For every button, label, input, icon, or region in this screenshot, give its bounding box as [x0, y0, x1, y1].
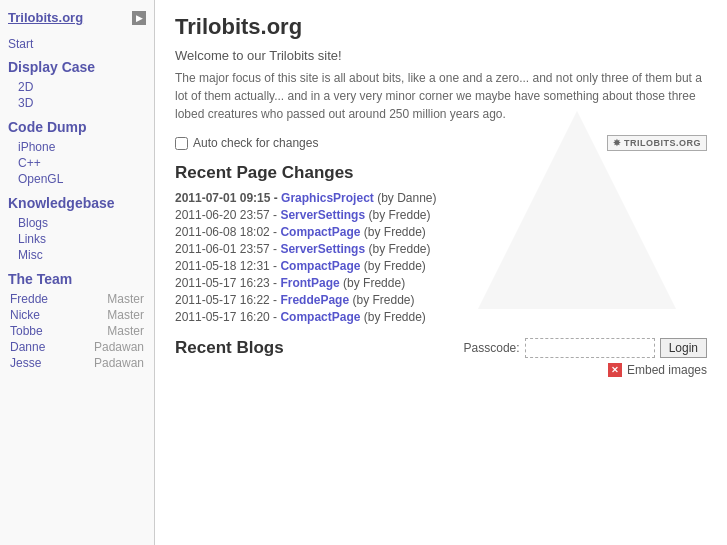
login-row: Passcode: Login — [464, 338, 707, 358]
embed-checkbox-icon[interactable]: ✕ — [608, 363, 622, 377]
sidebar-item-misc[interactable]: Misc — [8, 247, 146, 263]
welcome-text: Welcome to our Trilobits site! — [175, 48, 707, 63]
team-member-name[interactable]: Nicke — [8, 307, 68, 323]
team-member-row: Tobbe Master — [8, 323, 146, 339]
page-change-item: 2011-05-18 12:31 - CompactPage (by Fredd… — [175, 259, 707, 273]
sidebar-item-start[interactable]: Start — [8, 37, 146, 51]
changes-list: 2011-07-01 09:15 - GraphicsProject (by D… — [175, 191, 707, 324]
team-member-name[interactable]: Tobbe — [8, 323, 68, 339]
sidebar-item-links[interactable]: Links — [8, 231, 146, 247]
team-member-name[interactable]: Danne — [8, 339, 68, 355]
team-table: Fredde Master Nicke Master Tobbe Master … — [8, 291, 146, 371]
change-author: (by Fredde) — [352, 293, 414, 307]
change-page-link[interactable]: ServerSettings — [280, 242, 365, 256]
auto-check-text: Auto check for changes — [193, 136, 318, 150]
page-change-item: 2011-06-08 18:02 - CompactPage (by Fredd… — [175, 225, 707, 239]
sidebar-item-2d[interactable]: 2D — [8, 79, 146, 95]
page-change-item: 2011-05-17 16:20 - CompactPage (by Fredd… — [175, 310, 707, 324]
auto-check-label[interactable]: Auto check for changes — [175, 136, 318, 150]
sidebar-section-display-case: Display Case — [8, 59, 146, 75]
change-datetime: 2011-07-01 09:15 — [175, 191, 270, 205]
sidebar-item-3d[interactable]: 3D — [8, 95, 146, 111]
login-button[interactable]: Login — [660, 338, 707, 358]
change-datetime: 2011-05-17 16:22 — [175, 293, 270, 307]
embed-label: Embed images — [627, 363, 707, 377]
change-author: (by Fredde) — [364, 310, 426, 324]
change-page-link[interactable]: ServerSettings — [280, 208, 365, 222]
sidebar-item-iphone[interactable]: iPhone — [8, 139, 146, 155]
team-member-row: Danne Padawan — [8, 339, 146, 355]
sidebar-item-cpp[interactable]: C++ — [8, 155, 146, 171]
change-author: (by Fredde) — [364, 225, 426, 239]
change-datetime: 2011-06-01 23:57 — [175, 242, 270, 256]
passcode-input[interactable] — [525, 338, 655, 358]
page-change-item: 2011-06-20 23:57 - ServerSettings (by Fr… — [175, 208, 707, 222]
team-member-row: Fredde Master — [8, 291, 146, 307]
sidebar-section-team: The Team — [8, 271, 146, 287]
team-member-rank: Padawan — [68, 355, 146, 371]
auto-check-row: Auto check for changes ✸ TRILOBITS.ORG — [175, 135, 707, 151]
team-member-rank: Padawan — [68, 339, 146, 355]
team-member-rank: Master — [68, 307, 146, 323]
description-text: The major focus of this site is all abou… — [175, 69, 707, 123]
change-page-link[interactable]: CompactPage — [280, 310, 360, 324]
team-member-row: Jesse Padawan — [8, 355, 146, 371]
rss-icon[interactable]: ▶ — [132, 11, 146, 25]
change-page-link[interactable]: GraphicsProject — [281, 191, 374, 205]
change-page-link[interactable]: FrontPage — [280, 276, 339, 290]
page-change-item: 2011-05-17 16:23 - FrontPage (by Fredde) — [175, 276, 707, 290]
change-author: (by Fredde) — [343, 276, 405, 290]
site-logo-link[interactable]: Trilobits.org — [8, 10, 83, 25]
recent-blogs-row: Recent Blogs Passcode: Login ✕ Embed ima… — [175, 338, 707, 377]
change-author: (by Fredde) — [364, 259, 426, 273]
login-area: Passcode: Login ✕ Embed images — [464, 338, 707, 377]
change-datetime: 2011-05-18 12:31 — [175, 259, 270, 273]
change-page-link[interactable]: CompactPage — [280, 225, 360, 239]
page-change-item: 2011-05-17 16:22 - FreddePage (by Fredde… — [175, 293, 707, 307]
change-page-link[interactable]: FreddePage — [280, 293, 349, 307]
change-author: (by Fredde) — [368, 242, 430, 256]
main-content: Trilobits.org Welcome to our Trilobits s… — [155, 0, 727, 545]
sidebar-section-code-dump: Code Dump — [8, 119, 146, 135]
change-datetime: 2011-05-17 16:23 — [175, 276, 270, 290]
change-author: (by Danne) — [377, 191, 436, 205]
change-datetime: 2011-06-08 18:02 — [175, 225, 270, 239]
sidebar-item-blogs[interactable]: Blogs — [8, 215, 146, 231]
change-page-link[interactable]: CompactPage — [280, 259, 360, 273]
change-datetime: 2011-06-20 23:57 — [175, 208, 270, 222]
team-member-rank: Master — [68, 323, 146, 339]
team-member-name[interactable]: Jesse — [8, 355, 68, 371]
passcode-label: Passcode: — [464, 341, 520, 355]
team-member-name[interactable]: Fredde — [8, 291, 68, 307]
sidebar-section-knowledgebase: Knowledgebase — [8, 195, 146, 211]
trilobits-badge: ✸ TRILOBITS.ORG — [607, 135, 708, 151]
change-datetime: 2011-05-17 16:20 — [175, 310, 270, 324]
sidebar: Trilobits.org ▶ Start Display Case 2D 3D… — [0, 0, 155, 545]
team-member-rank: Master — [68, 291, 146, 307]
sidebar-logo: Trilobits.org ▶ — [8, 10, 146, 25]
recent-changes-title: Recent Page Changes — [175, 163, 707, 183]
page-title: Trilobits.org — [175, 14, 707, 40]
recent-blogs-title: Recent Blogs — [175, 338, 284, 358]
team-member-row: Nicke Master — [8, 307, 146, 323]
auto-check-checkbox[interactable] — [175, 137, 188, 150]
page-change-item: 2011-07-01 09:15 - GraphicsProject (by D… — [175, 191, 707, 205]
sidebar-item-opengl[interactable]: OpenGL — [8, 171, 146, 187]
page-change-item: 2011-06-01 23:57 - ServerSettings (by Fr… — [175, 242, 707, 256]
embed-row: ✕ Embed images — [608, 363, 707, 377]
change-author: (by Fredde) — [368, 208, 430, 222]
